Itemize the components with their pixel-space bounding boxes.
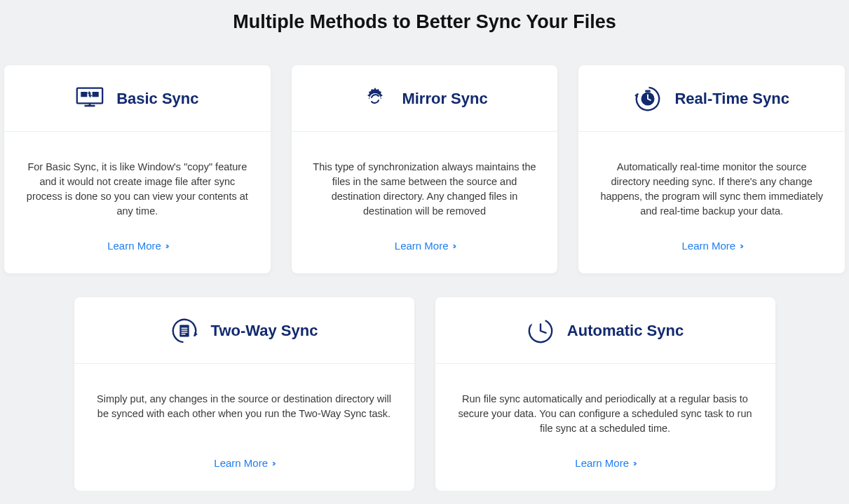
- card-head: Basic Sync: [4, 65, 271, 132]
- learn-more-link[interactable]: Learn More ››: [681, 240, 741, 252]
- card-realtime-sync: Real-Time Sync Automatically real-time m…: [578, 65, 845, 273]
- card-title: Real-Time Sync: [674, 90, 789, 108]
- page-title: Multiple Methods to Better Sync Your Fil…: [0, 0, 849, 41]
- card-head: Mirror Sync: [292, 65, 558, 132]
- card-desc: Automatically real-time monitor the sour…: [578, 132, 845, 230]
- document-sync-icon: [170, 317, 198, 345]
- card-title: Two-Way Sync: [211, 322, 318, 340]
- card-desc: Run file sync automatically and periodic…: [435, 364, 775, 447]
- chevron-right-icon: ››: [165, 240, 168, 251]
- learn-more-link[interactable]: Learn More ››: [395, 240, 454, 252]
- learn-more-link[interactable]: Learn More ››: [107, 240, 167, 252]
- learn-more-link[interactable]: Learn More ››: [575, 457, 634, 469]
- chevron-right-icon: ››: [453, 240, 455, 251]
- chevron-right-icon: ››: [740, 240, 742, 251]
- clock-sync-icon: [634, 85, 662, 113]
- gear-sync-icon: [361, 85, 389, 113]
- learn-more-label: Learn More: [575, 457, 629, 469]
- card-twoway-sync: Two-Way Sync Simply put, any changes in …: [74, 297, 414, 491]
- chevron-right-icon: ››: [633, 458, 635, 468]
- card-head: Two-Way Sync: [74, 297, 414, 364]
- card-foot: Learn More ››: [292, 230, 558, 273]
- cards-row-2: Two-Way Sync Simply put, any changes in …: [4, 297, 845, 491]
- card-desc: This type of synchronization always main…: [292, 132, 558, 230]
- card-automatic-sync: Automatic Sync Run file sync automatical…: [435, 297, 775, 491]
- svg-rect-2: [93, 92, 99, 97]
- learn-more-label: Learn More: [107, 240, 161, 252]
- card-desc: Simply put, any changes in the source or…: [74, 364, 414, 447]
- card-title: Basic Sync: [116, 90, 198, 108]
- card-head: Automatic Sync: [435, 297, 775, 364]
- card-foot: Learn More ››: [4, 230, 271, 273]
- clock-refresh-icon: [527, 317, 555, 345]
- learn-more-label: Learn More: [214, 457, 268, 469]
- svg-rect-1: [81, 92, 87, 97]
- card-mirror-sync: Mirror Sync This type of synchronization…: [292, 65, 558, 273]
- card-title: Automatic Sync: [567, 322, 684, 340]
- svg-rect-6: [646, 90, 651, 93]
- card-foot: Learn More ››: [74, 447, 414, 491]
- card-foot: Learn More ››: [578, 230, 845, 273]
- card-desc: For Basic Sync, it is like Window's "cop…: [4, 132, 271, 230]
- learn-more-label: Learn More: [681, 240, 735, 252]
- learn-more-link[interactable]: Learn More ››: [214, 457, 273, 469]
- card-basic-sync: Basic Sync For Basic Sync, it is like Wi…: [4, 65, 271, 273]
- cards-row-1: Basic Sync For Basic Sync, it is like Wi…: [4, 65, 845, 273]
- chevron-right-icon: ››: [272, 458, 274, 468]
- cards-grid: Basic Sync For Basic Sync, it is like Wi…: [0, 65, 849, 491]
- learn-more-label: Learn More: [395, 240, 449, 252]
- card-title: Mirror Sync: [402, 90, 487, 108]
- card-head: Real-Time Sync: [578, 65, 845, 132]
- monitor-sync-icon: [76, 85, 104, 113]
- svg-rect-8: [179, 325, 189, 336]
- card-foot: Learn More ››: [435, 447, 775, 491]
